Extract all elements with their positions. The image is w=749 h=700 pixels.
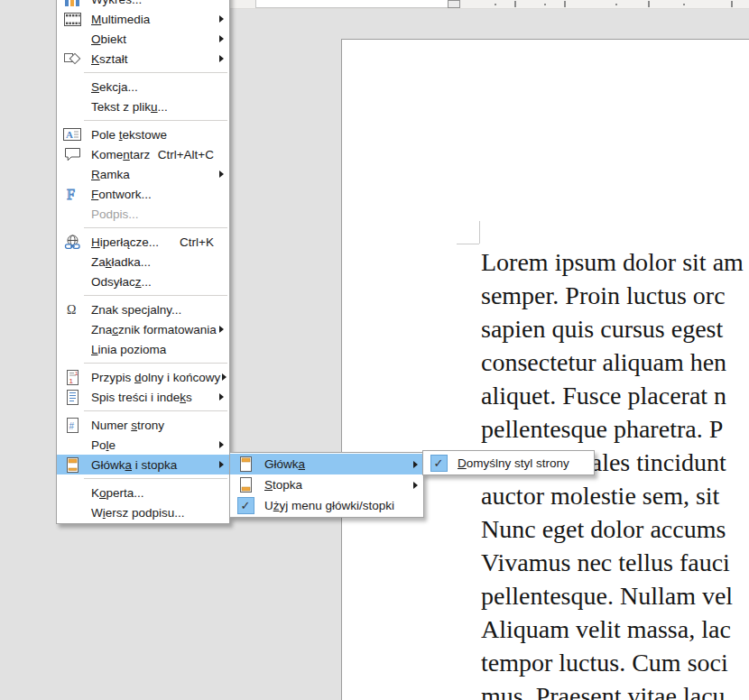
submenu-arrow-icon: [217, 455, 229, 474]
menu-item-sekcja[interactable]: Sekcja...: [57, 77, 229, 97]
document-text-line: tempor luctus. Cum soci: [481, 646, 744, 679]
menu-item-domyslny-styl-strony[interactable]: ✓Domyślny styl strony: [423, 452, 594, 474]
menu-arrow-spacer: [217, 339, 229, 359]
submenu-arrow-icon: [217, 319, 229, 339]
document-text-line: aliquet. Fusce placerat n: [481, 379, 744, 412]
checkmark-icon: ✓: [237, 497, 254, 514]
menu-item-glowka[interactable]: Główka: [230, 454, 423, 474]
document-text-line: pellentesque. Nullam vel: [481, 579, 744, 612]
ruler-tick: [514, 1, 516, 7]
document-text-line: consectetur aliquam hen: [481, 345, 744, 379]
menu-item-przypis-dolny-i-koncowy[interactable]: 11Przypis dolny i końcowy: [57, 367, 229, 387]
menu-item-label: Multimedia: [91, 13, 217, 26]
menu-item-label: Główka: [264, 457, 411, 471]
menu-item-ramka[interactable]: Ramka: [57, 164, 229, 184]
menu-item-icon-empty: [62, 77, 82, 97]
submenu-arrow-icon: [220, 367, 232, 387]
document-text-line: Aliquam velit massa, lac: [481, 612, 744, 646]
menu-item-stopka[interactable]: Stopka: [230, 474, 423, 495]
menu-item-linia-pozioma[interactable]: Linia pozioma: [57, 339, 229, 359]
menu-item-label: Komentarz: [91, 148, 158, 161]
menu-separator: [84, 295, 227, 296]
menu-item-spis-tresci-i-indeks[interactable]: Spis treści i indeks: [57, 387, 229, 407]
menu-item-label: Znak specjalny...: [91, 303, 217, 317]
menu-item-icon-empty: [62, 319, 82, 339]
menu-item-icon-empty: [62, 483, 82, 502]
menu-item-label: Główka i stopka: [91, 458, 217, 472]
menu-item-label: Spis treści i indeks: [91, 391, 217, 404]
submenu-arrow-icon: [217, 387, 229, 407]
submenu-arrow-icon: [411, 475, 423, 495]
menu-item-obiekt[interactable]: Obiekt: [57, 29, 229, 49]
menu-item-icon-empty: [62, 204, 82, 224]
omega-icon: Ω: [62, 299, 82, 319]
menu-item-check-area: ✓: [429, 453, 448, 473]
menu-item-label: Domyślny styl strony: [458, 456, 582, 470]
menu-item-tekst-z-pliku[interactable]: Tekst z pliku...: [57, 97, 229, 116]
menu-item-label: Wykres...: [91, 0, 217, 6]
libreoffice-writer-screen: Lorem ipsum dolor sit amsemper. Proin lu…: [0, 0, 749, 700]
menu-separator: [84, 410, 227, 411]
menu-item-wiersz-podpisu[interactable]: Wiersz podpisu...: [57, 502, 229, 522]
menu-item-hiperlacze[interactable]: Hiperłącze...Ctrl+K: [57, 232, 229, 252]
menu-item-podpis: Podpis...: [57, 204, 229, 224]
menu-item-label: Koperta...: [91, 486, 217, 500]
menu-arrow-spacer: [217, 0, 229, 9]
document-text-line: Vivamus nec tellus fauci: [481, 546, 744, 579]
menu-item-fontwork[interactable]: FFontwork...: [57, 184, 229, 204]
menu-arrow-spacer: [217, 502, 229, 522]
ruler-margin-marker[interactable]: [448, 0, 460, 8]
menu-item-pole[interactable]: Pole: [57, 435, 229, 455]
ruler-tick: [683, 4, 685, 5]
menu-arrow-spacer: [582, 453, 594, 473]
svg-text:A: A: [66, 129, 73, 140]
submenu-arrow-icon: [217, 49, 229, 69]
textbox-icon: A: [62, 124, 82, 144]
ruler-tick: [648, 1, 650, 7]
header-footer-submenu: GłówkaStopka✓Użyj menu główki/stopki: [229, 452, 424, 518]
menu-item-label: Ramka: [91, 168, 217, 181]
menu-item-icon-empty: [62, 252, 82, 272]
menu-item-odsylacz[interactable]: Odsyłacz...: [57, 272, 229, 291]
menu-item-icon-empty: [62, 29, 82, 49]
menu-item-multimedia[interactable]: Multimedia: [57, 9, 229, 29]
menu-separator: [84, 478, 227, 479]
menu-arrow-spacer: [217, 415, 229, 435]
checkmark-icon: ✓: [430, 455, 448, 472]
svg-text:Ω: Ω: [67, 303, 76, 317]
menu-item-icon-empty: [62, 339, 82, 359]
menu-item-label: Wiersz podpisu...: [91, 506, 217, 520]
page-style-submenu: ✓Domyślny styl strony: [422, 450, 595, 475]
comment-icon: [62, 144, 82, 164]
menu-item-label: Pole tekstowe: [91, 128, 217, 142]
ruler-tick: [544, 4, 546, 5]
menu-item-wykres[interactable]: Wykres...: [57, 0, 229, 9]
horizontal-ruler[interactable]: [230, 0, 749, 9]
menu-item-label: Znacznik formatowania: [91, 323, 217, 336]
menu-item-znacznik-formatowania[interactable]: Znacznik formatowania: [57, 319, 229, 339]
menu-item-glowka-i-stopka[interactable]: Główka i stopka: [57, 455, 229, 474]
menu-item-label: Kształt: [91, 52, 217, 66]
menu-item-uzyj-menu-glowki-stopki[interactable]: ✓Użyj menu główki/stopki: [230, 495, 423, 516]
submenu-arrow-icon: [217, 435, 229, 455]
document-text-line: mus. Praesent vitae lacu: [481, 679, 744, 700]
menu-arrow-spacer: [217, 184, 229, 204]
menu-arrow-spacer: [411, 496, 423, 516]
menu-item-zakladka[interactable]: Zakładka...: [57, 252, 229, 272]
menu-item-znak-specjalny[interactable]: ΩZnak specjalny...: [57, 299, 229, 319]
menu-arrow-spacer: [217, 124, 229, 144]
menu-item-icon-empty: [62, 502, 82, 522]
menu-item-icon-empty: [62, 272, 82, 291]
text-boundary-corner-mark: [479, 221, 480, 244]
menu-item-label: Stopka: [264, 478, 411, 492]
menu-item-komentarz[interactable]: KomentarzCtrl+Alt+C: [57, 144, 229, 164]
menu-item-label: Przypis dolny i końcowy: [91, 371, 220, 384]
menu-item-koperta[interactable]: Koperta...: [57, 483, 229, 502]
menu-item-numer-strony[interactable]: #Numer strony: [57, 415, 229, 435]
menu-item-icon-empty: [62, 435, 82, 455]
menu-item-pole-tekstowe[interactable]: APole tekstowe: [57, 124, 229, 144]
ruler-tick: [564, 1, 566, 7]
document-text-line: semper. Proin luctus orc: [481, 279, 744, 312]
menu-shortcut: Ctrl+Alt+C: [158, 148, 214, 161]
menu-item-ksztalt[interactable]: Kształt: [57, 49, 229, 69]
